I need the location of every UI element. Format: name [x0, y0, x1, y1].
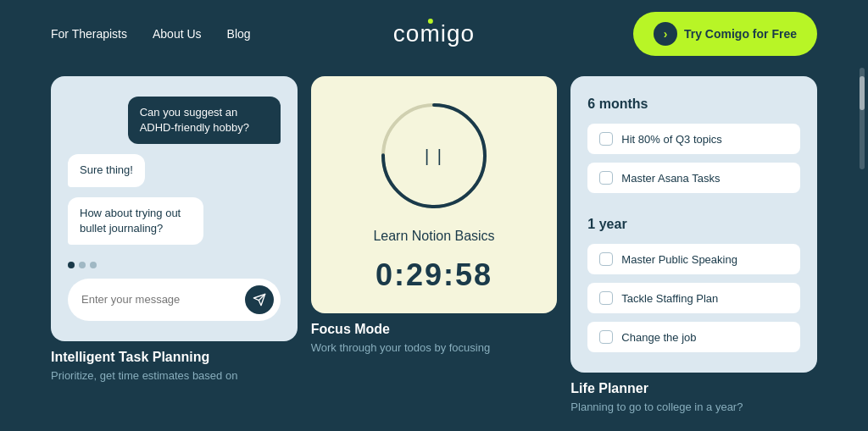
- checkbox-3[interactable]: [599, 252, 613, 266]
- dot-2: [79, 262, 86, 268]
- nav-links: For Therapists About Us Blog: [51, 27, 251, 41]
- main-content: Can you suggest an ADHD-friendly hobby? …: [0, 68, 868, 431]
- cta-arrow-icon: ›: [654, 22, 677, 46]
- timer-pause-icon: | |: [425, 146, 443, 166]
- chat-input-area: [68, 279, 281, 321]
- logo-text: comigo: [393, 20, 475, 47]
- scrollbar[interactable]: [860, 68, 865, 169]
- timer-label-title: Focus Mode: [311, 322, 558, 337]
- send-icon: [253, 293, 266, 307]
- planner-item-4[interactable]: Tackle Staffing Plan: [587, 283, 800, 313]
- chat-bubble-bot-1: Sure thing!: [68, 154, 145, 186]
- planner-section-1-title: 6 months: [587, 97, 800, 112]
- planner-card-wrapper: 6 months Hit 80% of Q3 topics Master Asa…: [570, 76, 817, 415]
- checkbox-4[interactable]: [599, 291, 613, 305]
- timer-label: Learn Notion Basics: [373, 229, 494, 244]
- timer-label-desc: Work through your todos by focusing: [311, 340, 558, 356]
- timer-circle: | |: [375, 97, 493, 215]
- planner-item-1-text: Hit 80% of Q3 topics: [621, 133, 722, 146]
- dot-1: [68, 262, 75, 268]
- planner-item-4-text: Tackle Staffing Plan: [621, 292, 718, 305]
- planner-card: 6 months Hit 80% of Q3 topics Master Asa…: [570, 76, 817, 373]
- planner-item-3-text: Master Public Speaking: [621, 253, 737, 266]
- planner-label-title: Life Planner: [570, 381, 817, 396]
- planner-section-2-title: 1 year: [587, 217, 800, 232]
- try-comigo-button[interactable]: › Try Comigo for Free: [633, 12, 817, 56]
- planner-item-5[interactable]: Change the job: [587, 322, 800, 352]
- chat-dots: [68, 262, 281, 268]
- scrollbar-thumb[interactable]: [860, 76, 865, 110]
- logo: comigo: [393, 20, 475, 47]
- timer-card-wrapper: | | Learn Notion Basics 0:29:58 Focus Mo…: [311, 76, 558, 356]
- planner-item-5-text: Change the job: [621, 331, 696, 344]
- planner-item-1[interactable]: Hit 80% of Q3 topics: [587, 124, 800, 154]
- chat-label-title: Intelligent Task Planning: [51, 350, 298, 365]
- timer-card: | | Learn Notion Basics 0:29:58: [311, 76, 558, 313]
- checkbox-1[interactable]: [599, 132, 613, 146]
- chat-label: Intelligent Task Planning Prioritize, ge…: [51, 350, 298, 384]
- planner-label-area: Life Planner Planning to go to college i…: [570, 381, 817, 415]
- navbar: For Therapists About Us Blog comigo › Tr…: [0, 0, 868, 68]
- checkbox-5[interactable]: [599, 330, 613, 344]
- nav-for-therapists[interactable]: For Therapists: [51, 27, 127, 41]
- nav-about-us[interactable]: About Us: [153, 27, 202, 41]
- planner-label-desc: Planning to go to college in a year?: [570, 400, 817, 415]
- planner-item-2[interactable]: Master Asana Tasks: [587, 163, 800, 193]
- dot-3: [90, 262, 97, 268]
- chat-bubble-bot-2: How about trying out bullet journaling?: [68, 197, 203, 245]
- timer-label-area: Focus Mode Work through your todos by fo…: [311, 322, 558, 356]
- send-button[interactable]: [245, 285, 274, 314]
- planner-item-3[interactable]: Master Public Speaking: [587, 244, 800, 274]
- planner-item-2-text: Master Asana Tasks: [621, 172, 720, 185]
- chat-bubble-user: Can you suggest an ADHD-friendly hobby?: [128, 97, 281, 144]
- chat-card: Can you suggest an ADHD-friendly hobby? …: [51, 76, 298, 341]
- chat-label-desc: Prioritize, get time estimates based on: [51, 368, 298, 384]
- nav-blog[interactable]: Blog: [227, 27, 251, 41]
- timer-time: 0:29:58: [376, 257, 492, 293]
- chat-input[interactable]: [81, 293, 238, 306]
- checkbox-2[interactable]: [599, 171, 613, 185]
- cta-label: Try Comigo for Free: [684, 27, 797, 41]
- chat-card-wrapper: Can you suggest an ADHD-friendly hobby? …: [51, 76, 298, 384]
